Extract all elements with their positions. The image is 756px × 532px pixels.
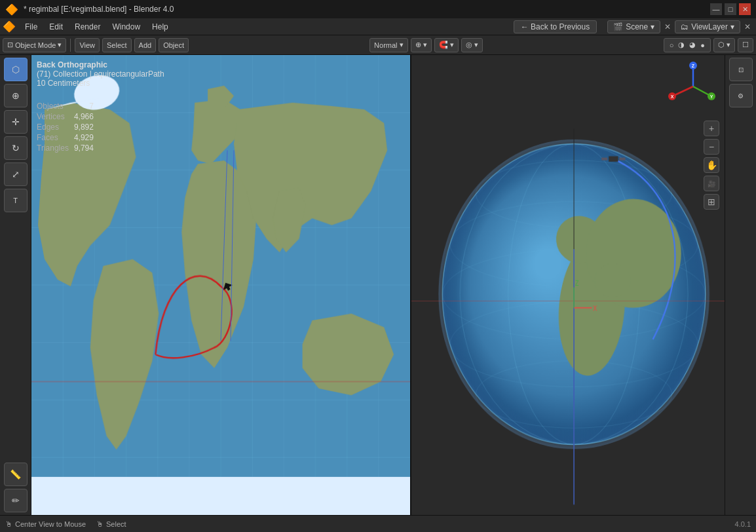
object-mode-selector[interactable]: ⊡ Object Mode ▾ [3, 38, 66, 52]
left-sidebar: ⬡ ⊕ ✛ ↻ ⤢ T 📏 ✏ [0, 55, 31, 515]
view-menu-btn[interactable]: View [75, 38, 100, 52]
status-bar: 🖱 Center View to Mouse 🖱 Select 4.0.1 [0, 515, 756, 532]
xray-toggle[interactable]: ☐ [738, 38, 753, 52]
scene-icon: 🎬 [613, 22, 623, 31]
mouse-icon: 🖱 [5, 520, 12, 528]
separator-1 [70, 39, 71, 52]
pivot-dropdown-icon: ▾ [423, 41, 427, 49]
shading-material-icon[interactable]: ◑ [678, 41, 685, 49]
object-menu-btn[interactable]: Object [159, 38, 189, 52]
globe-canvas [411, 55, 725, 515]
right-panel: ⊡ ⚙ [725, 55, 756, 515]
measure-tool-btn[interactable]: 📏 [4, 463, 28, 486]
options-panel-btn[interactable]: ⚙ [729, 84, 753, 107]
scene-dropdown-icon: ▾ [651, 22, 654, 31]
proportional-editing-btn[interactable]: ◎ ▾ [461, 38, 483, 52]
snapping-btn[interactable]: 🧲 ▾ [434, 38, 459, 52]
center-view-label: Center View to Mouse [15, 520, 86, 528]
snapping-dropdown-icon: ▾ [450, 41, 454, 49]
transform-selector[interactable]: Normal ▾ [369, 38, 407, 52]
proportional-icon: ◎ [466, 41, 472, 49]
viewport-2d-map[interactable]: Back Orthographic (71) Collection | equi… [31, 55, 411, 515]
overlay-icon: ⬡ [718, 41, 725, 49]
zoom-in-btn[interactable]: + [704, 121, 719, 136]
view-layer-selector[interactable]: 🗂 ViewLayer ▾ [675, 20, 740, 33]
xray-icon: ☐ [742, 41, 749, 49]
shading-wireframe-icon[interactable]: ● [700, 41, 705, 49]
overlay-toggle[interactable]: ⬡ ▾ [713, 38, 735, 52]
shading-rendered-icon[interactable]: ◕ [689, 41, 696, 49]
pan-btn[interactable]: ✋ [704, 157, 719, 173]
viewport-3d-globe[interactable]: Z X Y + − ✋ 🎥 [411, 55, 725, 515]
nav-controls: + − ✋ 🎥 ⊞ [704, 121, 719, 210]
viewport-area: Back Orthographic (71) Collection | equi… [31, 55, 725, 515]
shading-solid-icon[interactable]: ○ [670, 41, 674, 49]
add-menu-btn[interactable]: Add [134, 38, 157, 52]
proportional-dropdown-icon: ▾ [474, 41, 478, 49]
scene-selector[interactable]: 🎬 Scene ▾ [607, 20, 660, 33]
transform-label: Normal [374, 41, 397, 49]
menu-edit[interactable]: Edit [44, 21, 68, 33]
grid-toggle-btn[interactable]: ⊞ [704, 194, 719, 210]
pivot-icon: ⊕ [415, 41, 421, 49]
title-bar: 🔶 * regimbal [E:\regimbal.blend] - Blend… [0, 0, 756, 18]
back-to-previous-button[interactable]: ← Back to Previous [514, 20, 597, 33]
camera-view-btn[interactable]: 🎥 [704, 176, 719, 191]
maximize-button[interactable]: □ [725, 3, 736, 15]
viewport-shading-group: ○ ◑ ◕ ● [664, 38, 711, 52]
cursor-tool-btn[interactable]: ⊕ [4, 84, 28, 107]
view-layer-dropdown-icon: ▾ [730, 22, 734, 31]
viewports: Back Orthographic (71) Collection | equi… [31, 55, 725, 515]
tools-panel-btn[interactable]: ⊡ [729, 58, 753, 81]
header-toolbar: ⊡ Object Mode ▾ View Select Add Object N… [0, 35, 756, 55]
select-tool-btn[interactable]: ⬡ [4, 58, 28, 81]
transform-dropdown-icon: ▾ [400, 41, 404, 49]
scene-name: Scene [626, 22, 648, 31]
blender-logo-icon: 🔶 [3, 20, 16, 33]
main-area: ⬡ ⊕ ✛ ↻ ⤢ T 📏 ✏ Back Orthographic (71) C… [0, 55, 756, 515]
view-layer-name: ViewLayer [691, 22, 728, 31]
transform-tool-btn[interactable]: T [4, 189, 28, 212]
object-mode-label: Object Mode [15, 41, 56, 49]
status-select-item: 🖱 Select [96, 520, 126, 528]
select-menu-btn[interactable]: Select [102, 38, 132, 52]
menu-help[interactable]: Help [147, 21, 174, 33]
select-label: Select [106, 520, 126, 528]
window-title: * regimbal [E:\regimbal.blend] - Blender… [24, 5, 705, 14]
menu-bar: 🔶 File Edit Render Window Help ← Back to… [0, 18, 756, 35]
annotate-tool-btn[interactable]: ✏ [4, 489, 28, 512]
object-mode-icon: ⊡ [7, 41, 13, 49]
zoom-out-btn[interactable]: − [704, 139, 719, 155]
close-button[interactable]: ✕ [739, 3, 751, 15]
move-tool-btn[interactable]: ✛ [4, 110, 28, 134]
select-icon: 🖱 [96, 520, 104, 528]
menu-file[interactable]: File [20, 21, 43, 33]
scale-tool-btn[interactable]: ⤢ [4, 162, 28, 186]
map-canvas [31, 55, 410, 515]
scene-options-icon: ✕ [664, 22, 671, 31]
menu-window[interactable]: Window [107, 21, 145, 33]
snapping-icon: 🧲 [439, 41, 448, 49]
object-mode-dropdown-icon: ▾ [58, 41, 62, 49]
overlay-dropdown-icon: ▾ [727, 41, 730, 49]
pivot-selector[interactable]: ⊕ ▾ [411, 38, 432, 52]
rotate-tool-btn[interactable]: ↻ [4, 136, 28, 160]
minimize-button[interactable]: — [710, 3, 722, 15]
view-layer-options-icon: ✕ [744, 22, 751, 31]
status-mouse-icon: 🖱 Center View to Mouse [5, 520, 86, 528]
menu-render[interactable]: Render [69, 21, 105, 33]
view-layer-icon: 🗂 [681, 22, 689, 31]
version-label: 4.0.1 [735, 520, 751, 528]
